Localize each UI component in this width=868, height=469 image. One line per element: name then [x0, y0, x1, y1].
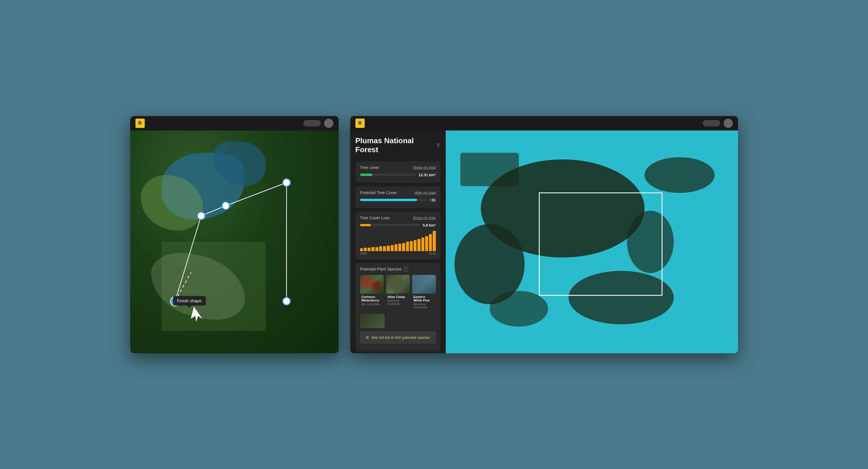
species-latin-1: Ilex verticillata — [360, 303, 384, 308]
tree-cover-card: Tree cover Show on map 12.31 km² — [355, 161, 440, 183]
potential-tree-cover-card: Potential Tree Cover Hide on map ~31 — [355, 186, 440, 208]
right-window: R Plumas National Forest ⇧ Tree cover Sh… — [350, 116, 738, 353]
tree-cover-label: Tree cover — [360, 165, 379, 170]
tree-cover-loss-show-on-map[interactable]: Show on map — [413, 216, 436, 220]
sidebar-panel: Plumas National Forest ⇧ Tree cover Show… — [350, 130, 446, 353]
species-label: Potential Plant Species — [360, 267, 402, 271]
tree-cover-loss-bar-bg — [360, 224, 421, 226]
chart-bar-8 — [391, 245, 394, 251]
species-card-1[interactable]: Common Winterberry Ilex verticillata — [360, 275, 384, 311]
list-icon: ☰ — [366, 335, 369, 340]
window-pill-left — [303, 120, 321, 126]
left-map-area[interactable]: ✓ Finish shape — [130, 130, 339, 353]
tree-cover-header: Tree cover Show on map — [360, 165, 436, 170]
main-container: R — [119, 104, 750, 365]
potential-tree-cover-bar-fill — [360, 199, 417, 201]
chart-bar-2 — [368, 248, 370, 251]
dark-patches-svg — [446, 130, 738, 353]
species-name-3: Eastern White Pine — [412, 294, 436, 303]
species-image-2 — [386, 275, 410, 294]
chart-bar-14 — [413, 240, 416, 251]
chart-label-start: 2000 — [360, 252, 367, 255]
svg-point-12 — [644, 157, 714, 193]
species-grid: Common Winterberry Ilex verticillata Atl… — [360, 275, 436, 311]
species-header: Potential Plant Species i — [360, 267, 436, 271]
potential-tree-cover-header: Potential Tree Cover Hide on map — [360, 190, 436, 195]
satellite-map-left: ✓ Finish shape — [130, 130, 339, 353]
share-icon[interactable]: ⇧ — [436, 142, 440, 149]
chart-bar-5 — [379, 246, 382, 251]
potential-tree-cover-hide-on-map[interactable]: Hide on map — [414, 190, 436, 195]
user-avatar-left[interactable] — [324, 119, 334, 128]
species-card-3[interactable]: Eastern White Pine Abarema Fioribunda — [412, 275, 436, 311]
tree-cover-show-on-map[interactable]: Show on map — [413, 165, 436, 169]
chart-bar-10 — [398, 244, 401, 251]
svg-point-2 — [222, 202, 229, 210]
svg-rect-13 — [460, 153, 519, 186]
info-icon[interactable]: i — [404, 267, 408, 271]
tree-cover-bar-fill — [360, 174, 372, 176]
see-full-list-label: See full list of ### potential species — [371, 335, 430, 340]
potential-tree-cover-label: Potential Tree Cover — [360, 190, 397, 195]
chart-bar-7 — [387, 246, 390, 251]
species-image-1 — [360, 275, 384, 294]
left-window-controls — [303, 119, 334, 128]
svg-marker-7 — [191, 307, 202, 321]
svg-point-1 — [283, 179, 290, 186]
tree-cover-value: 12.31 km² — [418, 173, 436, 177]
svg-point-14 — [627, 211, 674, 273]
right-map-panel — [446, 130, 738, 353]
species-card-2[interactable]: Atlas Cedar Abarema Cochleata — [386, 275, 410, 311]
tree-cover-loss-bar-row: 5.9 km² — [360, 223, 436, 227]
user-avatar-right[interactable] — [723, 119, 733, 128]
svg-point-11 — [568, 271, 674, 324]
chart-bar-3 — [371, 247, 374, 251]
species-mini-1 — [360, 314, 385, 328]
polygon-drawing: ✓ — [130, 130, 339, 353]
plant-species-card: Potential Plant Species i Common Winterb… — [355, 263, 440, 351]
forest-title: Plumas National Forest — [355, 136, 433, 154]
species-more-row — [360, 314, 436, 328]
chart-label-end: 2019 — [429, 252, 436, 255]
tree-cover-loss-card: Tree Cover Loss Show on map 5.9 km² 2000 — [355, 212, 440, 259]
app-logo-left: R — [135, 119, 145, 128]
right-window-controls — [703, 119, 733, 128]
chart-bar-9 — [395, 244, 397, 251]
tree-cover-bar-bg — [360, 174, 416, 176]
chart-bar-16 — [422, 238, 424, 251]
chart-bar-0 — [360, 248, 363, 251]
tree-cover-loss-chart: 2000 2019 — [360, 231, 436, 255]
potential-tree-cover-bar-row: ~31 — [360, 198, 436, 202]
species-name-1: Common Winterberry — [360, 294, 384, 303]
satellite-map-right — [446, 130, 738, 353]
left-titlebar: R — [130, 116, 339, 130]
chart-bar-1 — [364, 248, 367, 251]
right-content: Plumas National Forest ⇧ Tree cover Show… — [350, 130, 738, 353]
app-logo-right: R — [355, 119, 365, 128]
tree-cover-loss-header: Tree Cover Loss Show on map — [360, 216, 436, 220]
chart-bar-6 — [383, 246, 386, 251]
right-titlebar: R — [350, 116, 738, 130]
chart-bar-4 — [375, 247, 378, 251]
chart-bar-11 — [402, 243, 405, 251]
svg-point-3 — [197, 212, 205, 220]
forest-title-row: Plumas National Forest ⇧ — [355, 136, 440, 154]
see-full-list-button[interactable]: ☰ See full list of ### potential species — [360, 332, 436, 343]
window-pill-right — [703, 120, 720, 126]
chart-bar-17 — [425, 236, 428, 251]
svg-point-4 — [283, 298, 290, 305]
left-window: R — [130, 116, 339, 353]
chart-bar-19 — [433, 231, 436, 251]
species-image-3 — [412, 275, 436, 294]
chart-bar-18 — [429, 234, 432, 251]
species-name-2: Atlas Cedar — [386, 294, 410, 299]
species-latin-2: Abarema Cochleata — [386, 299, 410, 307]
tree-cover-loss-bar-fill — [360, 224, 371, 226]
svg-text:✓: ✓ — [173, 299, 177, 304]
chart-bar-15 — [417, 239, 420, 251]
potential-tree-cover-bar-bg — [360, 199, 427, 201]
tree-cover-loss-label: Tree Cover Loss — [360, 216, 390, 220]
chart-labels: 2000 2019 — [360, 252, 436, 255]
tree-cover-bar-row: 12.31 km² — [360, 173, 436, 177]
chart-bar-13 — [410, 241, 413, 251]
